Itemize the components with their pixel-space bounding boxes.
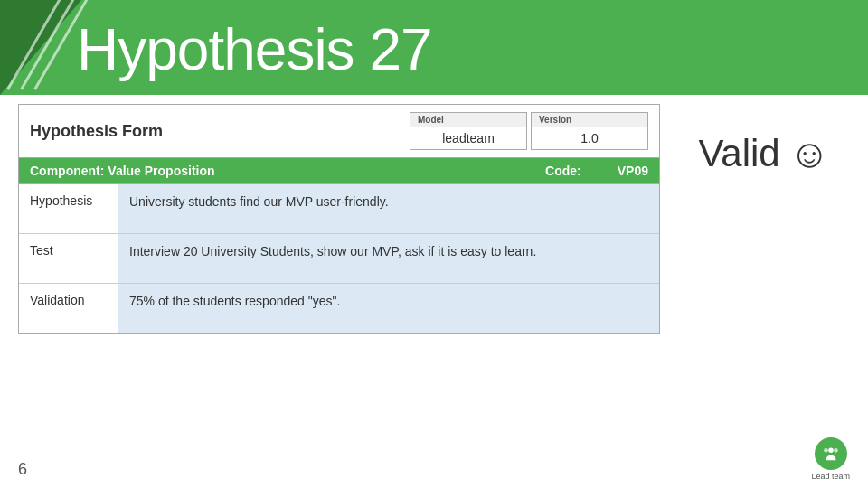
leadteam-label: Lead team <box>811 472 850 481</box>
validation-row: Validation 75% of the students responded… <box>19 284 659 333</box>
code-label: Code: <box>545 164 581 178</box>
hypothesis-form-card: Hypothesis Form Model leadteam Version 1… <box>18 104 660 334</box>
leadteam-logo: Lead team <box>811 437 850 481</box>
diag-line-2 <box>20 0 77 90</box>
component-label: Component: Value Proposition <box>30 164 545 178</box>
model-group: Model leadteam <box>410 112 527 150</box>
version-group: Version 1.0 <box>531 112 648 150</box>
model-label: Model <box>410 113 526 127</box>
form-title: Hypothesis Form <box>30 112 410 150</box>
diagonal-decoration <box>0 0 108 95</box>
valid-label: Valid <box>698 132 779 175</box>
diag-line-3 <box>33 0 90 90</box>
component-header: Component: Value Proposition Code: VP09 <box>19 158 659 184</box>
valid-section: Valid ☺ <box>678 104 850 176</box>
hypothesis-label: Hypothesis <box>19 184 118 233</box>
page-number: 6 <box>18 460 27 479</box>
test-row: Test Interview 20 University Students, s… <box>19 234 659 284</box>
validation-label: Validation <box>19 284 118 333</box>
logo-circle <box>815 437 847 470</box>
hypothesis-row: Hypothesis University students find our … <box>19 184 659 234</box>
validation-content: 75% of the students responded "yes". <box>118 284 659 333</box>
logo-icon <box>821 444 841 464</box>
header-banner: Hypothesis 27 <box>0 0 868 95</box>
smiley-icon: ☺ <box>789 131 830 176</box>
svg-point-2 <box>824 448 828 453</box>
hypothesis-content: University students find our MVP user-fr… <box>118 184 659 233</box>
form-header: Hypothesis Form Model leadteam Version 1… <box>19 105 659 158</box>
form-meta: Model leadteam Version 1.0 <box>410 112 648 150</box>
model-value: leadteam <box>410 127 526 149</box>
code-value: VP09 <box>618 164 648 178</box>
test-content: Interview 20 University Students, show o… <box>118 234 659 283</box>
valid-text: Valid ☺ <box>698 131 829 176</box>
test-label: Test <box>19 234 118 283</box>
page-title: Hypothesis 27 <box>77 16 432 83</box>
svg-point-1 <box>834 448 838 453</box>
version-label: Version <box>532 113 647 127</box>
version-value: 1.0 <box>532 127 647 149</box>
main-content: Hypothesis Form Model leadteam Version 1… <box>18 104 850 452</box>
svg-point-0 <box>828 448 834 454</box>
diag-line-1 <box>6 0 63 90</box>
